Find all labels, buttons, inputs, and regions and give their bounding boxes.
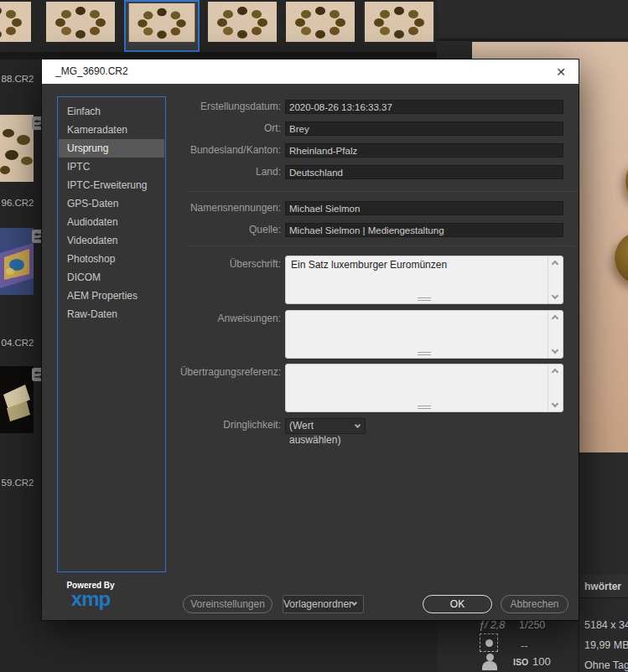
sidebar-item-dicom[interactable]: DICOM [59,268,164,287]
cancel-button[interactable]: Abbrechen [501,595,568,613]
state-input[interactable] [285,143,563,158]
coin-photo-thumbnail [46,2,115,42]
creation-date-label: Erstellungsdatum: [159,101,281,112]
file-name-label: 04.CR2 [0,338,35,348]
coin-photo-thumbnail [0,115,34,182]
coin-photo-thumbnail [128,3,195,42]
photo-thumbnail [0,228,34,295]
section-divider [187,191,576,192]
thumbnail-cell[interactable] [0,2,31,42]
shutter-speed-value: 1/250 [519,619,545,631]
sidebar-item-raw-daten[interactable]: Raw-Daten [59,305,164,323]
file-name-label: 59.CR2 [0,478,35,488]
close-icon[interactable]: ✕ [552,63,570,81]
dialog-title: _MG_3690.CR2 [55,59,128,84]
photo-thumbnail [0,366,34,433]
metadata-category-list: Einfach Kameradaten Ursprung IPTC IPTC-E… [57,96,166,572]
scrollbar[interactable] [548,364,563,411]
instructions-textarea[interactable] [285,310,563,359]
sidebar-item-photoshop[interactable]: Photoshop [59,250,164,268]
coin-photo-thumbnail [0,2,31,42]
chevron-down-icon [355,422,361,428]
scroll-down-icon[interactable] [552,292,558,299]
dimensions-value: 5184 x 34 [584,619,628,631]
iso-value: 100 [532,655,551,668]
scroll-down-icon[interactable] [552,347,558,354]
section-divider [187,246,576,246]
thumbnail-cell-selected[interactable] [124,0,200,52]
metering-value: -- [521,639,528,652]
template-folder-button[interactable]: Vorlagenordner [283,595,364,613]
credit-input[interactable] [285,201,563,215]
sidebar-item-ursprung[interactable]: Ursprung [59,139,164,158]
grid-row-gap [0,52,437,59]
city-input[interactable] [285,121,563,136]
thumbnail-cell[interactable] [46,2,115,42]
urgency-label: Dringlichkeit: [159,419,281,431]
scroll-up-icon[interactable] [552,369,558,375]
coin-photo-thumbnail [286,2,355,42]
sidebar-item-iptc[interactable]: IPTC [59,158,164,176]
urgency-value: (Wert auswählen) [289,420,340,446]
resize-grip[interactable] [418,296,431,301]
source-label: Quelle: [159,224,281,235]
xmp-logo: Powered By xmp [60,581,121,608]
thumbnail-cell[interactable] [207,2,278,42]
sidebar-item-audiodaten[interactable]: Audiodaten [59,213,164,231]
transmission-ref-label: Übertragungsreferenz: [159,366,281,378]
metering-mode-icon [480,633,498,652]
file-name-label: 96.CR2 [0,198,35,208]
coin-photo-thumbnail [207,2,278,42]
thumbnail-cell[interactable] [0,115,34,182]
coin-photo-thumbnail [363,2,435,42]
credit-label: Namensnennungen: [159,202,281,214]
coin-graphic [615,231,628,285]
country-label: Land: [159,166,281,178]
creation-date-input[interactable] [285,100,563,114]
headline-textarea[interactable]: Ein Satz luxemburger Euromünzen [285,256,563,304]
headline-label: Überschrift: [159,258,281,270]
sidebar-item-videodaten[interactable]: Videodaten [59,231,164,250]
state-label: Bundesland/Kanton: [159,144,281,156]
iso-label: ISO [513,657,528,667]
scrollbar[interactable] [548,256,563,303]
resize-grip[interactable] [418,404,431,409]
transmission-ref-textarea[interactable] [285,364,563,412]
file-name-label: 88.CR2 [0,74,35,84]
resize-grip[interactable] [418,350,431,355]
xmp-logo-text: xmp [60,590,121,608]
urgency-dropdown[interactable]: (Wert auswählen) [285,418,366,434]
sidebar-item-aem-properties[interactable]: AEM Properties [59,287,164,305]
thumbnail-cell[interactable] [286,2,355,42]
thumbnail-cell[interactable] [0,228,34,295]
thumbnail-cell[interactable] [363,2,435,42]
sidebar-item-iptc-erweiterung[interactable]: IPTC-Erweiterung [59,176,164,194]
scrollbar[interactable] [548,311,563,358]
scroll-down-icon[interactable] [552,401,558,407]
app-window: 88.CR2 96.CR2 04.CR2 59.CR2 [0,0,628,672]
panel-divider [437,39,628,41]
dialog-titlebar: _MG_3690.CR2 ✕ [42,59,579,84]
city-label: Ort: [159,122,281,134]
aperture-value: ƒ/ 2,8 [479,619,505,631]
metadata-dialog: _MG_3690.CR2 ✕ Einfach Kameradaten Urspr… [42,59,579,620]
tab-stichwoerter-partial[interactable]: hwörter [584,581,621,592]
person-icon [482,654,497,670]
source-input[interactable] [285,223,563,237]
sidebar-item-gps-daten[interactable]: GPS-Daten [59,194,164,213]
scroll-up-icon[interactable] [552,261,558,267]
ok-button[interactable]: OK [423,595,492,613]
country-input[interactable] [285,165,563,179]
file-size-value: 19,99 MB [584,639,628,651]
template-folder-label: Vorlagenordner [283,598,352,610]
sidebar-item-einfach[interactable]: Einfach [59,102,164,121]
presets-button[interactable]: Voreinstellungen [183,595,272,613]
instructions-label: Anweisungen: [159,313,281,324]
sidebar-item-kameradaten[interactable]: Kameradaten [59,121,164,139]
tags-value: Ohne Tag [584,659,628,671]
headline-text: Ein Satz luxemburger Euromünzen [291,259,542,271]
thumbnail-cell[interactable] [0,366,34,433]
scroll-up-icon[interactable] [552,315,558,322]
